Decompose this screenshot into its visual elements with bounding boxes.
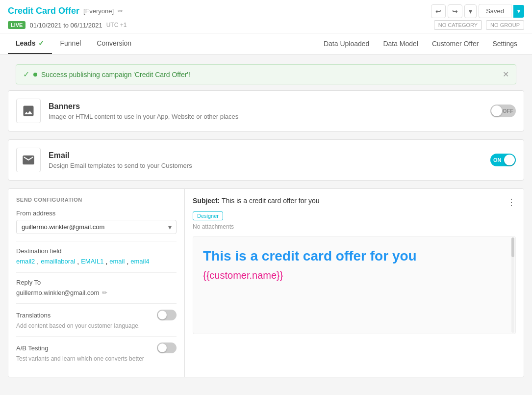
banners-desc: Image or HTML content to use in your App… xyxy=(49,113,490,120)
email-preview-panel: Subject: This is a credit card offer for… xyxy=(185,189,524,377)
email-body-template: {{customer.name}} xyxy=(203,270,506,281)
tab-leads[interactable]: Leads ✓ xyxy=(8,33,52,54)
reply-to-row: guillermo.winkler@gmail.com ✏ xyxy=(16,289,177,296)
reply-to-edit-icon[interactable]: ✏ xyxy=(102,289,107,296)
email-name: Email xyxy=(49,151,490,160)
send-config-panel: SEND CONFIGURATION From address guillerm… xyxy=(8,189,185,377)
scrollbar-thumb xyxy=(511,237,514,257)
ab-testing-toggle[interactable] xyxy=(157,342,177,353)
banners-icon xyxy=(16,99,41,123)
tabs-left: Leads ✓ Funnel Conversion xyxy=(8,33,317,54)
designer-badge[interactable]: Designer xyxy=(193,211,223,220)
campaign-title: Credit Card Offer xyxy=(8,6,79,16)
ab-testing-row: A/B Testing xyxy=(16,342,177,353)
translations-desc: Add content based on your customer langu… xyxy=(16,322,177,329)
category-group: NO CATEGORY NO GROUP xyxy=(434,20,524,30)
saved-dropdown-button[interactable]: ▾ xyxy=(513,5,524,18)
ab-testing-desc: Test variants and learn which one conver… xyxy=(16,355,177,362)
subject-value: This is a credit card offer for you xyxy=(222,197,320,205)
toolbar-right: ↩ ↪ ▾ Saved ▾ xyxy=(431,4,524,18)
email-icon-box xyxy=(16,148,41,172)
email-config-area: SEND CONFIGURATION From address guillerm… xyxy=(8,188,524,377)
tab-customer-offer[interactable]: Customer Offer xyxy=(425,34,485,53)
tab-data-model[interactable]: Data Model xyxy=(376,34,425,53)
undo-button[interactable]: ↩ xyxy=(431,4,446,18)
ab-testing-toggle-knob xyxy=(158,343,167,352)
reply-to-value: guillermo.winkler@gmail.com xyxy=(16,289,99,296)
email-desc: Design Email templates to send to your C… xyxy=(49,162,490,169)
from-address-select-wrapper: guillermo.winkler@gmail.com xyxy=(16,220,177,234)
top-bar: Credit Card Offer [Everyone] ✏ ↩ ↪ ▾ Sav… xyxy=(0,0,532,33)
tab-funnel[interactable]: Funnel xyxy=(52,33,89,54)
from-address-label: From address xyxy=(16,210,177,217)
image-icon xyxy=(22,104,35,118)
subject-label: Subject: xyxy=(193,197,220,205)
success-banner: ✓ Success publishing campaign 'Credit Ca… xyxy=(16,64,516,84)
tab-conversion-label: Conversion xyxy=(97,39,131,47)
email-body-title: This is a credit card offer for you xyxy=(203,248,506,264)
banners-toggle-wrapper: OFF xyxy=(490,105,516,117)
tab-leads-label: Leads xyxy=(16,39,35,47)
tab-customer-offer-label: Customer Offer xyxy=(432,40,479,48)
dest-link-email4[interactable]: email4 xyxy=(130,258,149,265)
success-message: Success publishing campaign 'Credit Card… xyxy=(41,71,190,79)
send-config-title: SEND CONFIGURATION xyxy=(16,197,177,203)
leads-check-icon: ✓ xyxy=(38,39,44,47)
close-banner-button[interactable]: ✕ xyxy=(503,70,509,79)
email-info: Email Design Email templates to send to … xyxy=(49,151,490,169)
tab-settings-label: Settings xyxy=(492,40,517,48)
tabs-bar: Leads ✓ Funnel Conversion Data Uploaded … xyxy=(0,33,532,54)
tab-data-model-label: Data Model xyxy=(383,40,418,48)
success-check-icon: ✓ xyxy=(23,70,29,79)
destination-links: email2, emaillaboral, EMAIL1, email, ema… xyxy=(16,258,177,265)
saved-button[interactable]: Saved xyxy=(479,4,511,18)
ab-testing-label: A/B Testing xyxy=(16,344,49,352)
tab-settings[interactable]: Settings xyxy=(485,34,524,53)
banners-toggle[interactable]: OFF xyxy=(490,105,516,117)
translations-toggle-knob xyxy=(158,311,167,319)
email-subject: Subject: This is a credit card offer for… xyxy=(193,197,320,205)
email-toggle-knob xyxy=(504,155,515,165)
tab-data-uploaded-label: Data Uploaded xyxy=(324,40,369,48)
email-toggle[interactable]: ON xyxy=(490,154,516,166)
edit-icon[interactable]: ✏ xyxy=(118,7,123,15)
reply-to-label: Reply To xyxy=(16,279,177,286)
scrollbar[interactable] xyxy=(511,237,514,333)
translations-row: Translations xyxy=(16,310,177,320)
dest-link-email2[interactable]: email2 xyxy=(16,258,35,265)
email-toggle-label: ON xyxy=(493,157,502,163)
translations-label: Translations xyxy=(16,312,51,319)
dest-link-email1[interactable]: EMAIL1 xyxy=(81,258,103,265)
no-attachments: No attachments xyxy=(193,223,516,230)
redo-button[interactable]: ↪ xyxy=(448,4,462,18)
utc-label: UTC +1 xyxy=(106,22,127,28)
email-body: This is a credit card offer for you {{cu… xyxy=(193,236,516,334)
banners-section-card: Banners Image or HTML content to use in … xyxy=(8,90,524,132)
destination-field: Destination field email2, emaillaboral, … xyxy=(16,247,177,265)
tab-conversion[interactable]: Conversion xyxy=(89,33,139,54)
date-area: LIVE 01/10/2021 to 06/11/2021 UTC +1 xyxy=(8,21,127,29)
tab-data-uploaded[interactable]: Data Uploaded xyxy=(317,34,376,53)
email-section-card: Email Design Email templates to send to … xyxy=(8,139,524,181)
tab-funnel-label: Funnel xyxy=(60,39,81,47)
banners-toggle-label: OFF xyxy=(503,108,513,114)
live-badge: LIVE xyxy=(8,21,25,29)
from-address-select[interactable]: guillermo.winkler@gmail.com xyxy=(16,220,177,234)
banners-name: Banners xyxy=(49,102,490,111)
success-inner: ✓ Success publishing campaign 'Credit Ca… xyxy=(23,70,190,79)
date-range: 01/10/2021 to 06/11/2021 xyxy=(29,22,102,29)
email-toggle-wrapper: ON xyxy=(490,154,516,166)
no-category-badge: NO CATEGORY xyxy=(434,20,482,30)
banners-toggle-knob xyxy=(491,105,502,116)
email-more-icon[interactable]: ⋮ xyxy=(507,197,516,208)
dest-link-emaillaboral[interactable]: emaillaboral xyxy=(41,258,75,265)
destination-field-label: Destination field xyxy=(16,247,177,255)
no-group-badge: NO GROUP xyxy=(486,20,524,30)
reply-to-field: Reply To guillermo.winkler@gmail.com ✏ xyxy=(16,279,177,296)
translations-toggle[interactable] xyxy=(157,310,177,320)
main-content: ✓ Success publishing campaign 'Credit Ca… xyxy=(0,54,532,381)
dest-link-email[interactable]: email xyxy=(109,258,125,265)
email-subject-area: Subject: This is a credit card offer for… xyxy=(193,197,320,205)
more-button[interactable]: ▾ xyxy=(464,4,477,18)
email-header-row: Subject: This is a credit card offer for… xyxy=(193,197,516,208)
